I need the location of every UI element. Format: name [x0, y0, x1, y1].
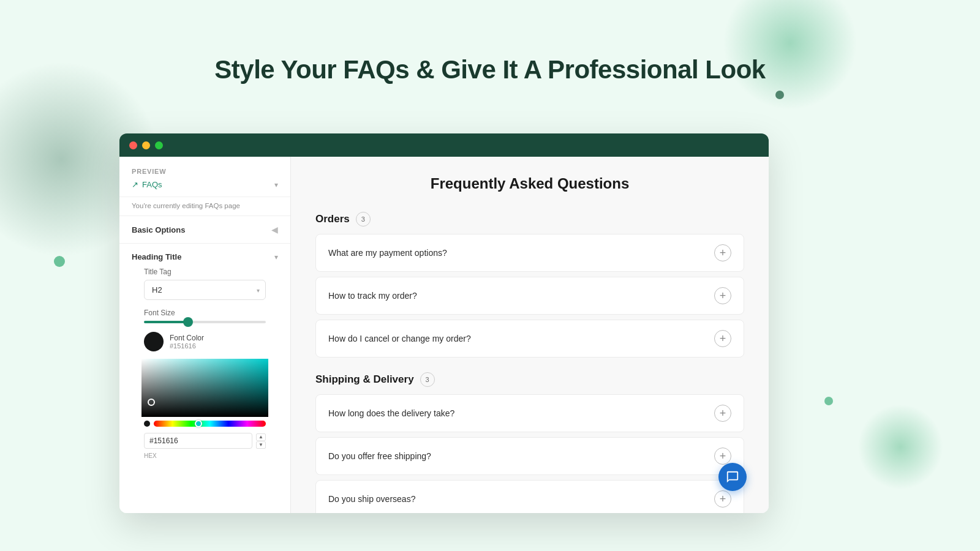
- faq-question-text: How do I cancel or change my order?: [328, 334, 471, 343]
- editing-text: You're currently editing FAQs page: [119, 197, 290, 216]
- color-gradient-picker[interactable]: [141, 359, 268, 417]
- page-heading-area: Style Your FAQs & Give It A Professional…: [0, 0, 980, 109]
- faq-item: How to track my order? +: [315, 277, 744, 315]
- font-color-info: Font Color #151616: [170, 334, 204, 350]
- orders-category-name: Orders: [315, 213, 350, 225]
- chat-icon: [726, 470, 739, 484]
- traffic-light-minimize[interactable]: [142, 141, 150, 149]
- hex-stepper-down[interactable]: ▼: [256, 441, 266, 449]
- faq-question-text: Do you ship overseas?: [328, 494, 415, 504]
- browser-titlebar: [119, 133, 769, 157]
- shipping-count-badge: 3: [420, 372, 435, 387]
- faq-expand-button[interactable]: +: [714, 330, 731, 347]
- hue-track[interactable]: [154, 421, 266, 427]
- sidebar: PREVIEW ↗ FAQs ▾ You're currently editin…: [119, 157, 291, 513]
- faq-question-text: Do you offer free shipping?: [328, 451, 431, 461]
- hex-stepper: ▲ ▼: [256, 433, 266, 449]
- faq-expand-button[interactable]: +: [714, 244, 731, 261]
- font-color-swatch[interactable]: [144, 332, 164, 351]
- browser-window: PREVIEW ↗ FAQs ▾ You're currently editin…: [119, 133, 769, 513]
- font-size-slider-container: [144, 321, 266, 323]
- shipping-category-name: Shipping & Delivery: [315, 373, 414, 386]
- preview-label: PREVIEW: [132, 168, 278, 175]
- page-main-title: Style Your FAQs & Give It A Professional…: [0, 55, 980, 84]
- faq-item: Do you ship overseas? +: [315, 480, 744, 513]
- faq-page-title: Frequently Asked Questions: [315, 175, 744, 192]
- shipping-category-header: Shipping & Delivery 3: [315, 372, 744, 387]
- basic-options-header[interactable]: Basic Options ◀: [119, 216, 290, 243]
- hex-label: HEX: [141, 451, 268, 460]
- faqs-chevron-icon: ▾: [274, 181, 278, 189]
- faq-question-text: How long does the delivery take?: [328, 408, 454, 418]
- font-color-row: Font Color #151616: [132, 332, 278, 351]
- font-size-label: Font Size: [144, 309, 266, 317]
- color-hue-row: [141, 417, 268, 430]
- bg-dot-3: [824, 397, 833, 405]
- font-size-slider[interactable]: [144, 321, 266, 323]
- hex-stepper-up[interactable]: ▲: [256, 433, 266, 441]
- faq-main-content: Frequently Asked Questions Orders 3 What…: [291, 157, 769, 513]
- basic-options-chevron-icon: ◀: [271, 225, 278, 234]
- basic-options-label: Basic Options: [132, 225, 185, 234]
- faq-category-orders: Orders 3 What are my payment options? + …: [315, 212, 744, 358]
- faq-item: How do I cancel or change my order? +: [315, 320, 744, 358]
- faq-question-text: What are my payment options?: [328, 248, 447, 258]
- basic-options-section: Basic Options ◀: [119, 216, 290, 244]
- faqs-row: ↗ FAQs ▾: [132, 180, 278, 189]
- faq-question-text: How to track my order?: [328, 291, 417, 301]
- font-color-hex-value: #151616: [170, 342, 204, 350]
- hue-color-dot: [144, 421, 150, 427]
- faq-item: What are my payment options? +: [315, 234, 744, 272]
- heading-title-fields: Title Tag H2 H1 H3 H4 H5 H6 ▾: [119, 261, 290, 475]
- hue-thumb: [195, 420, 202, 427]
- faqs-link[interactable]: ↗ FAQs: [132, 180, 162, 189]
- faq-expand-button[interactable]: +: [714, 448, 731, 465]
- bg-decoration-3: [858, 404, 943, 490]
- title-tag-select-wrapper: H2 H1 H3 H4 H5 H6 ▾: [144, 280, 266, 300]
- traffic-light-maximize[interactable]: [155, 141, 163, 149]
- color-picker-area: ▲ ▼ HEX: [132, 359, 278, 465]
- orders-category-header: Orders 3: [315, 212, 744, 227]
- heading-title-section: Heading Title ▾ Title Tag H2 H1 H3 H4 H5: [119, 244, 290, 475]
- faq-expand-button[interactable]: +: [714, 405, 731, 422]
- chat-button[interactable]: [718, 463, 747, 491]
- browser-body: PREVIEW ↗ FAQs ▾ You're currently editin…: [119, 157, 769, 513]
- faq-item: Do you offer free shipping? +: [315, 437, 744, 475]
- title-tag-select[interactable]: H2 H1 H3 H4 H5 H6: [144, 280, 266, 300]
- bg-dot-2: [54, 256, 65, 267]
- faqs-link-label: FAQs: [142, 180, 162, 189]
- hex-input-row: ▲ ▼: [141, 430, 268, 451]
- faq-item: How long does the delivery take? +: [315, 394, 744, 432]
- faq-expand-button[interactable]: +: [714, 490, 731, 508]
- heading-title-chevron-icon: ▾: [274, 253, 278, 261]
- traffic-light-close[interactable]: [129, 141, 137, 149]
- faq-expand-button[interactable]: +: [714, 287, 731, 304]
- title-tag-label: Title Tag: [144, 268, 266, 276]
- external-link-icon: ↗: [132, 180, 138, 189]
- orders-count-badge: 3: [356, 212, 371, 227]
- color-cursor: [148, 399, 155, 406]
- hex-color-input[interactable]: [144, 433, 252, 449]
- heading-title-label: Heading Title: [132, 252, 181, 261]
- font-color-label: Font Color: [170, 334, 204, 342]
- sidebar-preview-section: PREVIEW ↗ FAQs ▾: [119, 157, 290, 197]
- faq-category-shipping: Shipping & Delivery 3 How long does the …: [315, 372, 744, 513]
